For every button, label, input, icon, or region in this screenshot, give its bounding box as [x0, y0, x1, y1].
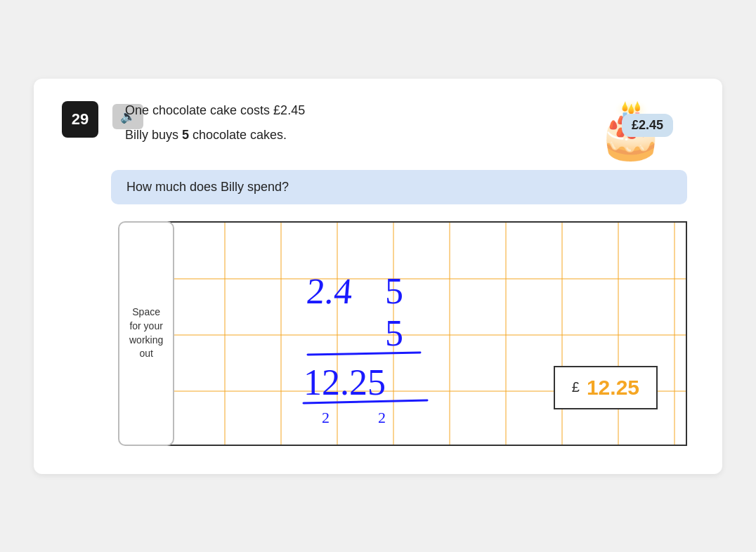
svg-text:2: 2 [322, 409, 330, 426]
svg-text:5: 5 [385, 271, 403, 311]
answer-currency: £ [572, 379, 580, 395]
price-bubble: £2.45 [622, 114, 673, 137]
svg-text:5: 5 [385, 313, 403, 353]
grid-container[interactable]: 2.4 5 5 12.25 2 2 £ [167, 221, 687, 446]
question-line1: One chocolate cake costs £2.45 [125, 101, 305, 120]
question-line2: Billy buys 5 chocolate cakes. [125, 126, 305, 145]
question-prompt: How much does Billy spend? [111, 170, 687, 204]
work-area: Spacefor yourworkingout [111, 221, 687, 446]
question-body: How much does Billy spend? Spacefor your… [111, 170, 687, 446]
cake-area: 🎂 £2.45 [596, 101, 666, 157]
question-number: 29 [62, 101, 98, 138]
header-row: 29 🔈 One chocolate cake costs £2.45 Bill… [62, 101, 694, 157]
svg-text:2.4: 2.4 [305, 271, 354, 311]
svg-line-18 [304, 400, 427, 403]
question-card: 29 🔈 One chocolate cake costs £2.45 Bill… [34, 79, 722, 474]
grid-lines [169, 223, 686, 445]
svg-line-16 [308, 353, 420, 355]
space-label: Spacefor yourworkingout [118, 221, 174, 446]
question-text: One chocolate cake costs £2.45 Billy buy… [125, 101, 305, 145]
svg-text:2: 2 [378, 409, 386, 426]
svg-text:12.25: 12.25 [304, 362, 386, 402]
answer-box[interactable]: £ 12.25 [554, 366, 658, 409]
answer-value: 12.25 [587, 376, 639, 400]
math-handwriting: 2.4 5 5 12.25 2 2 [169, 223, 686, 446]
